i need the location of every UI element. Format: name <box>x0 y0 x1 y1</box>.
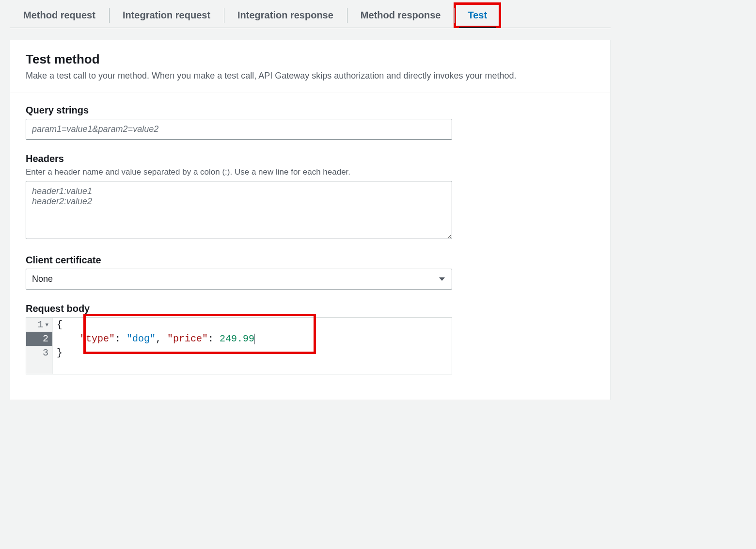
gutter-1: 1 ▼ <box>26 318 53 332</box>
code-line-2[interactable]: "type": "dog", "price": 249.99 <box>53 332 452 346</box>
request-body-group: Request body 1 ▼ { 2 "type": "dog", <box>26 303 595 374</box>
tabs-bar: Method request Integration request Integ… <box>10 0 611 28</box>
tab-method-response[interactable]: Method response <box>347 3 455 28</box>
line-number: 1 <box>37 319 43 330</box>
tab-integration-request[interactable]: Integration request <box>109 3 224 28</box>
headers-textarea[interactable] <box>26 181 452 239</box>
request-body-editor[interactable]: 1 ▼ { 2 "type": "dog", "price": 249.99 <box>26 317 452 374</box>
line-number: 2 <box>43 333 48 344</box>
code-row-1: 1 ▼ { <box>26 318 452 332</box>
request-body-label: Request body <box>26 303 595 314</box>
line-number: 3 <box>43 347 48 358</box>
tab-method-request[interactable]: Method request <box>10 3 109 28</box>
client-cert-label: Client certificate <box>26 255 595 266</box>
gutter-3: 3 <box>26 346 53 360</box>
panel-body: Query strings Headers Enter a header nam… <box>10 93 610 400</box>
headers-group: Headers Enter a header name and value se… <box>26 153 595 241</box>
query-strings-group: Query strings <box>26 105 595 140</box>
panel-title: Test method <box>26 52 595 67</box>
gutter-2: 2 <box>26 332 53 346</box>
gutter-blank <box>26 360 53 374</box>
code-line-1[interactable]: { <box>53 318 452 332</box>
headers-label: Headers <box>26 153 595 164</box>
panel-header: Test method Make a test call to your met… <box>10 40 610 93</box>
fold-icon[interactable]: ▼ <box>45 322 48 328</box>
headers-hint: Enter a header name and value separated … <box>26 167 595 177</box>
code-line-3[interactable]: } <box>53 346 452 360</box>
test-method-panel: Test method Make a test call to your met… <box>10 40 611 400</box>
cursor <box>254 334 255 344</box>
query-strings-input[interactable] <box>26 119 452 140</box>
tab-test[interactable]: Test <box>454 3 501 28</box>
tab-integration-response[interactable]: Integration response <box>224 3 347 28</box>
client-cert-select[interactable]: None <box>26 269 452 290</box>
code-row-blank <box>26 360 452 374</box>
code-row-3: 3 } <box>26 346 452 360</box>
code-row-2: 2 "type": "dog", "price": 249.99 <box>26 332 452 346</box>
code-line-blank[interactable] <box>53 360 452 374</box>
client-cert-group: Client certificate None <box>26 255 595 290</box>
query-strings-label: Query strings <box>26 105 595 116</box>
panel-subtitle: Make a test call to your method. When yo… <box>26 71 595 81</box>
